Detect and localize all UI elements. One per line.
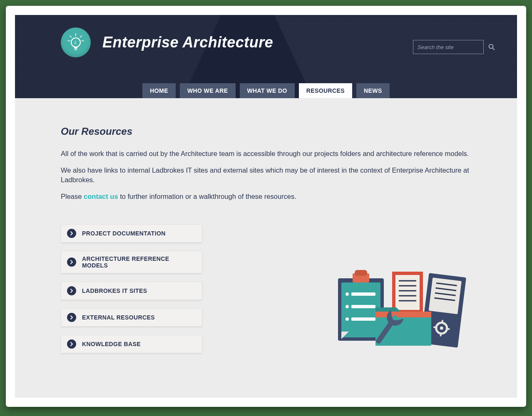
intro-paragraph-3: Please contact us to further information… [61,192,471,201]
chevron-right-icon [67,286,76,295]
intro-paragraph-2: We also have links to internal Ladbrokes… [61,166,471,184]
svg-rect-20 [351,317,375,321]
contact-us-link[interactable]: contact us [84,193,118,200]
main-content: Our Resources All of the work that is ca… [15,98,517,370]
svg-point-17 [346,305,349,308]
resource-link-label: EXTERNAL RESOURCES [82,314,155,321]
page-heading: Our Resources [61,126,471,137]
chevron-right-icon [67,258,76,267]
search-icon [488,43,495,51]
svg-rect-14 [355,270,367,276]
svg-line-33 [447,329,449,329]
chevron-right-icon [67,229,76,238]
nav-home[interactable]: HOME [142,83,176,98]
svg-line-10 [492,48,495,50]
site-header: L Enterprise Architecture HOME [15,15,517,98]
site-title: Enterprise Architecture [102,34,273,51]
resource-link-architecture-reference-models[interactable]: ARCHITECTURE REFERENCE MODELS [61,251,202,273]
svg-point-15 [346,292,349,296]
nav-what-we-do[interactable]: WHAT WE DO [240,83,295,98]
svg-line-31 [441,334,441,336]
svg-line-2 [80,36,82,37]
nav-news[interactable]: NEWS [356,83,390,98]
resource-link-project-documentation[interactable]: PROJECT DOCUMENTATION [61,224,202,243]
resource-link-label: LADBROKES IT SITES [82,287,147,294]
svg-rect-12 [341,282,380,337]
svg-rect-16 [351,292,375,296]
illustration-column [219,224,471,353]
nav-who-we-are[interactable]: WHO WE ARE [180,83,236,98]
search-box[interactable] [413,40,484,54]
para3-suffix: to further information or a walkthrough … [118,193,296,200]
resource-link-ladbrokes-it-sites[interactable]: LADBROKES IT SITES [61,282,202,300]
svg-rect-7 [74,47,77,49]
lower-section: PROJECT DOCUMENTATION ARCHITECTURE REFER… [61,224,471,353]
svg-point-19 [346,317,349,321]
resource-link-label: PROJECT DOCUMENTATION [82,230,166,237]
svg-line-1 [70,36,72,37]
resource-link-label: KNOWLEDGE BASE [82,341,141,347]
para3-prefix: Please [61,193,84,200]
browser-frame: L Enterprise Architecture HOME [6,6,526,407]
nav-label: HOME [150,87,168,94]
svg-rect-8 [75,49,77,50]
primary-nav: HOME WHO WE ARE WHAT WE DO RESOURCES NEW… [15,83,517,98]
resource-link-external-resources[interactable]: EXTERNAL RESOURCES [61,308,202,327]
svg-line-32 [434,327,436,328]
resources-illustration-icon [334,262,467,353]
resource-link-label: ARCHITECTURE REFERENCE MODELS [82,255,196,269]
nav-resources[interactable]: RESOURCES [299,83,352,98]
nav-label: NEWS [364,87,382,94]
chevron-right-icon [67,313,76,322]
nav-label: RESOURCES [306,87,345,94]
logo-title-group: L Enterprise Architecture [61,27,273,57]
svg-rect-42 [375,312,431,317]
svg-line-30 [442,321,443,323]
search-input[interactable] [418,44,488,50]
svg-text:L: L [75,40,77,45]
lightbulb-logo-icon: L [61,27,91,57]
nav-label: WHO WE ARE [187,87,228,94]
svg-rect-23 [429,277,462,314]
chevron-right-icon [67,339,76,349]
resource-link-knowledge-base[interactable]: KNOWLEDGE BASE [61,335,202,353]
svg-rect-18 [351,305,375,308]
nav-label: WHAT WE DO [247,87,287,94]
intro-paragraph-1: All of the work that is carried out by t… [61,149,471,158]
resource-links-column: PROJECT DOCUMENTATION ARCHITECTURE REFER… [61,224,202,353]
page: L Enterprise Architecture HOME [15,15,517,398]
